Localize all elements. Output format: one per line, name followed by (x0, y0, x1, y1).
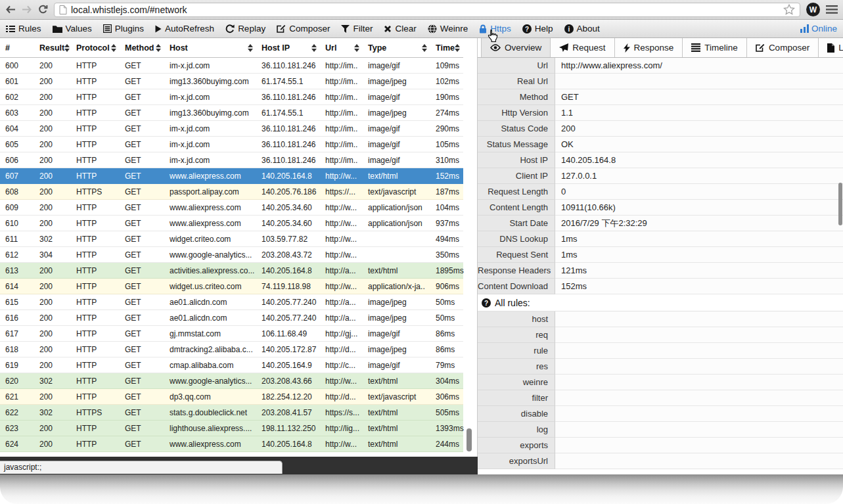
column-header-result[interactable]: Result (34, 38, 71, 57)
rule-value[interactable] (555, 375, 843, 390)
network-table-row[interactable]: 612 304 HTTP GET www.google-analytics...… (0, 247, 463, 263)
tab-log[interactable]: Log (819, 38, 843, 57)
toolbar-rules-button[interactable]: Rules (6, 24, 41, 34)
property-value[interactable]: OK (555, 137, 843, 152)
online-status[interactable]: Online (800, 24, 837, 34)
reload-button[interactable] (38, 5, 48, 14)
rule-value[interactable] (555, 343, 843, 359)
column-header-method[interactable]: Method (120, 38, 164, 57)
toolbar-autorefresh-button[interactable]: AutoRefresh (155, 24, 214, 34)
tab-timeline[interactable]: Timeline (683, 38, 747, 57)
column-header-index[interactable]: # (0, 38, 34, 57)
sort-icon[interactable] (311, 44, 317, 52)
browser-menu-button[interactable] (826, 5, 838, 14)
rule-value[interactable] (555, 311, 843, 327)
toolbar-plugins-button[interactable]: Plugins (103, 24, 144, 34)
property-value[interactable]: 200 (555, 121, 843, 137)
cell-protocol: HTTP (71, 424, 120, 433)
network-table-row[interactable]: 600 200 HTTP GET im-x.jd.com 36.110.181.… (0, 58, 463, 74)
address-bar[interactable]: local.whistlejs.com/#network (54, 3, 800, 17)
network-table-row[interactable]: 601 200 HTTP GET img13.360buyimg.com 61.… (0, 74, 463, 89)
network-table-row[interactable]: 621 200 HTTP GET dp3.qq.com 182.254.12.2… (0, 389, 463, 405)
toolbar-values-button[interactable]: Values (53, 24, 92, 34)
property-value[interactable]: GET (555, 89, 843, 105)
toolbar-composer-button[interactable]: Composer (277, 24, 330, 34)
toolbar-clear-button[interactable]: Clear (384, 24, 416, 34)
network-table-row[interactable]: 609 200 HTTP GET www.aliexpress.com 140.… (0, 200, 463, 216)
network-table-row[interactable]: 604 200 HTTP GET im-x.jd.com 36.110.181.… (0, 121, 463, 137)
rule-value[interactable] (555, 453, 843, 469)
network-table-row[interactable]: 603 200 HTTP GET img13.360buyimg.com 61.… (0, 105, 463, 121)
rule-value[interactable] (555, 390, 843, 406)
network-table-row[interactable]: 622 302 HTTPS GET stats.g.doubleclick.ne… (0, 405, 463, 421)
property-value[interactable]: 2016/7/29 下午2:32:29 (555, 216, 843, 231)
toolbar-weinre-button[interactable]: Weinre (428, 24, 468, 34)
toolbar-filter-button[interactable]: Filter (341, 24, 373, 34)
sort-icon[interactable] (354, 44, 359, 52)
property-value[interactable]: 140.205.164.8 (555, 152, 843, 168)
sort-icon[interactable] (248, 44, 253, 52)
cell-type: image/gif (363, 140, 430, 149)
network-table-row[interactable]: 620 302 HTTP GET www.google-analytics...… (0, 373, 463, 389)
network-table-row[interactable]: 605 200 HTTP GET im-x.jd.com 36.110.181.… (0, 137, 463, 152)
network-table-row[interactable]: 614 200 HTTP GET widget.us.criteo.com 74… (0, 279, 463, 294)
bookmark-star-button[interactable] (783, 4, 795, 15)
toolbar-replay-button[interactable]: Replay (225, 24, 265, 34)
forward-button[interactable] (22, 5, 32, 14)
property-value[interactable] (555, 74, 843, 89)
network-table-row[interactable]: 606 200 HTTP GET im-x.jd.com 36.110.181.… (0, 152, 463, 168)
network-table-row[interactable]: 611 302 HTTP GET widget.criteo.com 103.5… (0, 231, 463, 247)
cell-host: www.aliexpress.com (164, 172, 256, 181)
network-table-row[interactable]: 608 200 HTTPS GET passport.alipay.com 14… (0, 184, 463, 200)
rule-value[interactable] (555, 327, 843, 343)
cell-method: GET (120, 392, 164, 401)
column-header-protocol[interactable]: Protocol (71, 38, 120, 57)
network-table-row[interactable]: 617 200 HTTP GET gj.mmstat.com 106.11.68… (0, 326, 463, 342)
cell-type: text/javascript (363, 392, 430, 401)
rule-value[interactable] (555, 406, 843, 422)
sort-icon[interactable] (455, 44, 460, 52)
rule-value[interactable] (555, 438, 843, 453)
sort-icon[interactable] (111, 44, 116, 52)
property-value[interactable]: 10911(10.66k) (555, 200, 843, 216)
rule-value[interactable] (555, 422, 843, 438)
column-header-time[interactable]: Time (430, 38, 463, 57)
property-value[interactable]: 152ms (555, 279, 843, 294)
property-value[interactable]: 0 (555, 184, 843, 200)
network-table-row[interactable]: 610 200 HTTP GET www.aliexpress.com 140.… (0, 216, 463, 231)
network-table-row[interactable]: 618 200 HTTP GET dmtracking2.alibaba.c..… (0, 342, 463, 357)
toolbar-label: Help (535, 24, 553, 34)
network-table-row[interactable]: 623 200 HTTP GET lighthouse.aliexpress..… (0, 421, 463, 436)
back-button[interactable] (5, 5, 16, 14)
network-table-row[interactable]: 615 200 HTTP GET ae01.alicdn.com 140.205… (0, 294, 463, 310)
property-value[interactable]: http://www.aliexpress.com/ (555, 58, 843, 74)
sort-icon[interactable] (64, 44, 70, 52)
property-value[interactable]: 1ms (555, 247, 843, 263)
property-value[interactable]: 1.1 (555, 105, 843, 121)
toolbar-about-button[interactable]: i About (564, 24, 600, 34)
column-header-type[interactable]: Type (363, 38, 430, 57)
network-table-row[interactable]: 607 200 HTTP GET www.aliexpress.com 140.… (0, 168, 463, 184)
hamburger-menu-icon (826, 5, 838, 14)
scrollbar-thumb[interactable] (838, 183, 842, 225)
sort-icon[interactable] (156, 44, 161, 52)
network-table-row[interactable]: 619 200 HTTP GET cmap.alibaba.com 140.20… (0, 357, 463, 373)
scrollbar-thumb[interactable] (467, 428, 472, 451)
column-header-url[interactable]: Url (320, 38, 363, 57)
network-table-row[interactable]: 613 200 HTTP GET activities.aliexpress.c… (0, 263, 463, 279)
tab-response[interactable]: Response (615, 38, 683, 57)
column-header-host-ip[interactable]: Host IP (256, 38, 320, 57)
network-table-row[interactable]: 616 200 HTTP GET ae01.alicdn.com 140.205… (0, 310, 463, 326)
tab-composer[interactable]: Composer (747, 38, 819, 57)
property-value[interactable]: 121ms (555, 263, 843, 279)
column-header-host[interactable]: Host (164, 38, 256, 57)
property-value[interactable]: 1ms (555, 231, 843, 247)
sort-icon[interactable] (422, 44, 427, 52)
property-value[interactable]: 127.0.0.1 (555, 168, 843, 184)
toolbar-help-button[interactable]: ? Help (522, 24, 553, 34)
rule-value[interactable] (555, 359, 843, 375)
network-table-row[interactable]: 624 200 HTTP GET www.aliexpress.com 140.… (0, 436, 463, 452)
tab-request[interactable]: Request (551, 38, 614, 57)
network-table-row[interactable]: 602 200 HTTP GET im-x.jd.com 36.110.181.… (0, 89, 463, 105)
whistle-extension-icon[interactable]: W (806, 3, 820, 16)
